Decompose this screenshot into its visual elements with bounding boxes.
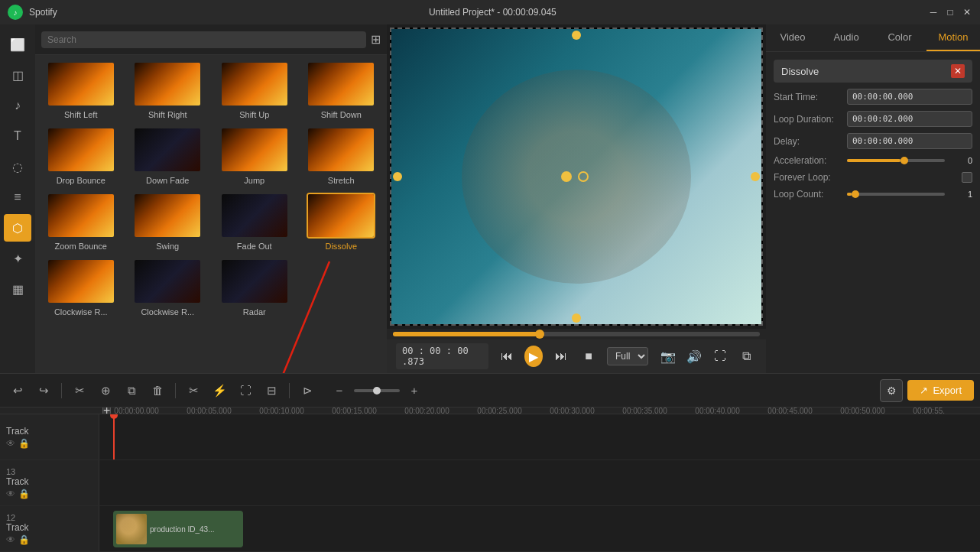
- effect-item-8[interactable]: Stretch: [299, 124, 385, 188]
- adjust-button[interactable]: ⊟: [260, 379, 283, 402]
- marker-button[interactable]: ⊳: [296, 379, 319, 402]
- sidebar-layers-btn[interactable]: ◫: [4, 61, 31, 89]
- window-controls: ─ □ ✕: [928, 7, 972, 18]
- timeline-cursor[interactable]: [113, 414, 115, 459]
- effect-item-5[interactable]: Drop Bounce: [38, 124, 124, 188]
- lightning-button[interactable]: ⚡: [208, 379, 231, 402]
- effect-item-10[interactable]: Swing: [125, 190, 211, 254]
- effect-label-13: Clockwise R...: [54, 307, 108, 317]
- track-visibility-button[interactable]: 👁: [6, 534, 15, 545]
- effect-item-14[interactable]: Clockwise R...: [125, 255, 211, 320]
- corner-dot-right[interactable]: [751, 172, 760, 181]
- zoom-slider[interactable]: [354, 389, 400, 392]
- loop-count-value: 1: [949, 190, 972, 199]
- add-media-button[interactable]: ⊕: [94, 379, 117, 402]
- sidebar-audio-btn[interactable]: ♪: [4, 92, 31, 119]
- minimize-button[interactable]: ─: [928, 7, 939, 18]
- effect-item-1[interactable]: Shift Left: [38, 58, 124, 122]
- delete-button[interactable]: 🗑: [146, 379, 169, 402]
- zoom-out-button[interactable]: −: [328, 379, 351, 402]
- sidebar-transitions-btn[interactable]: ≡: [4, 183, 31, 211]
- crop-button[interactable]: ⛶: [234, 379, 257, 402]
- track-lock-button[interactable]: 🔒: [18, 534, 30, 545]
- fullscreen-button[interactable]: ⛶: [709, 346, 731, 367]
- motion-dot-1[interactable]: [561, 171, 572, 182]
- effect-item-12[interactable]: Dissolve: [299, 190, 385, 254]
- track-header-0: Track👁🔒: [0, 414, 99, 459]
- sidebar-media-btn[interactable]: ⬜: [4, 31, 31, 58]
- zoom-in-button[interactable]: +: [403, 379, 426, 402]
- tab-color[interactable]: Color: [873, 24, 926, 51]
- start-time-input[interactable]: [847, 89, 972, 105]
- effect-item-9[interactable]: Zoom Bounce: [38, 190, 124, 254]
- delay-label: Delay:: [774, 136, 842, 147]
- dissolve-close-button[interactable]: ✕: [951, 64, 965, 78]
- search-input[interactable]: [41, 31, 366, 48]
- export-button[interactable]: ↗ Export: [907, 380, 974, 401]
- cut-button[interactable]: ✂: [182, 379, 205, 402]
- delay-input[interactable]: [847, 133, 972, 149]
- grid-view-button[interactable]: ⊞: [371, 32, 381, 47]
- effect-item-2[interactable]: Shift Right: [125, 58, 211, 122]
- toolbar-sep-2: [175, 383, 176, 398]
- corner-dot-left[interactable]: [393, 172, 402, 181]
- stop-button[interactable]: ■: [579, 346, 598, 367]
- forever-loop-checkbox[interactable]: [962, 172, 972, 183]
- timeline-ruler: + 00:00:00.00000:00:05.00000:00:10.00000…: [0, 408, 980, 414]
- tab-video[interactable]: Video: [766, 24, 819, 51]
- effect-label-3: Shift Up: [239, 110, 269, 119]
- effect-item-6[interactable]: Down Fade: [125, 124, 211, 188]
- effect-item-7[interactable]: Jump: [212, 124, 297, 188]
- corner-dot-top[interactable]: [572, 31, 581, 40]
- acceleration-slider[interactable]: [847, 159, 945, 162]
- add-track-button[interactable]: +: [102, 408, 111, 414]
- loop-duration-input[interactable]: [847, 111, 972, 127]
- track-lock-button[interactable]: 🔒: [18, 438, 30, 449]
- export-settings-button[interactable]: ⚙: [880, 379, 903, 402]
- copy-button[interactable]: ⧉: [120, 379, 143, 402]
- sidebar-sticker-btn[interactable]: ✦: [4, 245, 31, 272]
- camera-button[interactable]: 📷: [657, 346, 679, 367]
- effect-item-11[interactable]: Fade Out: [212, 190, 297, 254]
- effect-item-4[interactable]: Shift Down: [299, 58, 385, 122]
- tab-motion[interactable]: Motion: [926, 24, 980, 51]
- right-panel-content: Dissolve ✕ Start Time: Loop Duration: De…: [766, 52, 980, 207]
- play-button[interactable]: ▶: [524, 346, 543, 367]
- track-clip[interactable]: production ID_43...: [113, 511, 243, 547]
- pip-button[interactable]: ⧉: [735, 346, 757, 367]
- loop-count-thumb[interactable]: [852, 190, 859, 198]
- sidebar-template-btn[interactable]: ▦: [4, 275, 31, 303]
- effect-item-13[interactable]: Clockwise R...: [38, 255, 124, 320]
- track-content-0: [99, 414, 980, 459]
- progress-thumb[interactable]: [535, 330, 544, 339]
- prev-frame-button[interactable]: ⏮: [498, 346, 516, 367]
- clip-thumbnail: [116, 514, 147, 544]
- redo-button[interactable]: ↪: [32, 379, 55, 402]
- undo-button[interactable]: ↩: [6, 379, 29, 402]
- sidebar-motion-btn[interactable]: ⬡: [4, 214, 31, 242]
- sidebar-effects-btn[interactable]: ◌: [4, 153, 31, 180]
- effect-item-15[interactable]: Radar: [212, 255, 297, 320]
- close-button[interactable]: ✕: [962, 7, 972, 18]
- bottom-toolbar: ↩ ↪ ✂ ⊕ ⧉ 🗑 ✂ ⚡ ⛶ ⊟ ⊳ − + ⚙ ↗ Export: [0, 373, 980, 407]
- sidebar-text-btn[interactable]: T: [4, 122, 31, 150]
- track-visibility-button[interactable]: 👁: [6, 438, 15, 449]
- ruler-mark: 00:00:00.000: [114, 408, 187, 414]
- track-visibility-button[interactable]: 👁: [6, 489, 15, 499]
- motion-dot-2[interactable]: [578, 171, 589, 182]
- next-frame-button[interactable]: ⏭: [552, 346, 570, 367]
- tab-audio[interactable]: Audio: [819, 24, 873, 51]
- ruler-mark: 00:00:35.000: [622, 408, 695, 414]
- corner-dot-bottom[interactable]: [572, 313, 581, 323]
- loop-count-slider[interactable]: [847, 193, 945, 196]
- video-preview: [390, 28, 763, 326]
- quality-select[interactable]: Full: [607, 347, 648, 365]
- audio-button[interactable]: 🔊: [683, 346, 705, 367]
- split-button[interactable]: ✂: [68, 379, 91, 402]
- maximize-button[interactable]: □: [945, 7, 956, 18]
- acceleration-thumb[interactable]: [900, 157, 908, 164]
- track-lock-button[interactable]: 🔒: [18, 489, 30, 499]
- progress-bar[interactable]: [393, 332, 760, 336]
- effect-item-3[interactable]: Shift Up: [212, 58, 297, 122]
- zoom-thumb[interactable]: [373, 387, 381, 395]
